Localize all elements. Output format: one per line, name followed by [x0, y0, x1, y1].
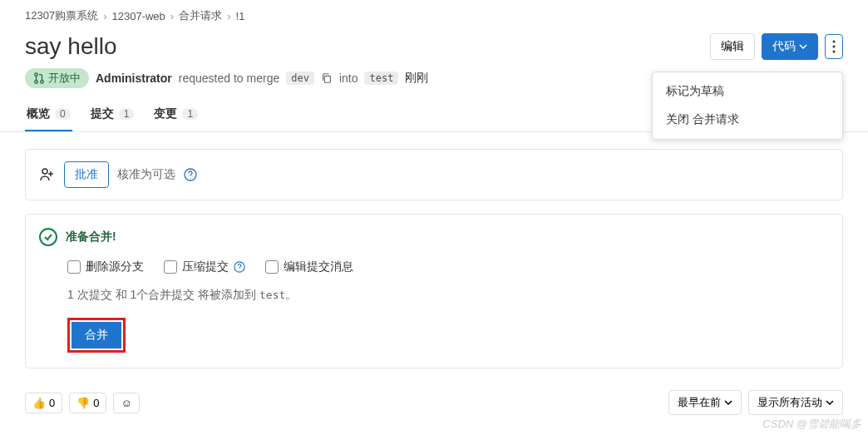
breadcrumb-sep: › — [103, 10, 106, 22]
approver-icon — [39, 166, 56, 183]
svg-point-5 — [41, 81, 44, 84]
svg-point-3 — [35, 73, 38, 77]
thumbs-up-count: 0 — [49, 397, 55, 409]
tab-label: 提交 — [91, 106, 114, 121]
sort-button[interactable]: 最早在前 — [668, 390, 742, 415]
into-text: into — [339, 72, 358, 85]
edit-commit-msg-checkbox[interactable]: 编辑提交消息 — [265, 260, 353, 274]
tab-changes[interactable]: 变更 1 — [152, 98, 200, 131]
thumbs-down-icon: 👎 — [76, 397, 90, 409]
checkbox-label: 删除源分支 — [86, 260, 144, 274]
breadcrumb-sep: › — [227, 10, 230, 22]
breadcrumb-item[interactable]: 12307-web — [112, 10, 165, 22]
squash-checkbox[interactable]: 压缩提交 — [164, 260, 245, 274]
merge-button[interactable]: 合并 — [72, 322, 121, 348]
chevron-down-icon — [724, 398, 732, 407]
code-button-label: 代码 — [772, 39, 796, 54]
svg-point-1 — [833, 46, 836, 48]
activity-filter-button[interactable]: 显示所有活动 — [748, 390, 843, 415]
checkbox-icon — [265, 260, 279, 274]
checkbox-icon — [164, 260, 177, 274]
merge-button-highlight: 合并 — [67, 318, 126, 353]
status-badge: 开放中 — [25, 68, 89, 88]
svg-point-7 — [42, 169, 47, 174]
source-branch[interactable]: dev — [286, 72, 314, 85]
checkbox-label: 压缩提交 — [182, 260, 229, 274]
ready-text: 准备合并! — [66, 230, 116, 245]
breadcrumb-item[interactable]: 12307购票系统 — [25, 8, 98, 23]
breadcrumb-item[interactable]: !1 — [236, 10, 245, 22]
more-actions-dropdown: 标记为草稿 关闭 合并请求 — [652, 72, 843, 140]
tab-label: 概览 — [27, 106, 50, 121]
smiley-icon: ☺ — [121, 397, 131, 409]
delete-source-checkbox[interactable]: 删除源分支 — [67, 260, 144, 274]
merge-description: 1 次提交 和 1个合并提交 将被添加到 test。 — [67, 288, 829, 303]
svg-point-0 — [833, 41, 836, 43]
help-icon[interactable] — [234, 261, 245, 273]
mark-draft-item[interactable]: 标记为草稿 — [653, 77, 842, 106]
svg-point-4 — [35, 81, 38, 84]
edit-button[interactable]: 编辑 — [710, 33, 755, 60]
sort-label: 最早在前 — [678, 395, 721, 410]
reactions: 👍 0 👎 0 ☺ — [25, 393, 140, 413]
thumbs-down-button[interactable]: 👎 0 — [69, 393, 106, 413]
svg-point-2 — [833, 51, 836, 53]
thumbs-down-count: 0 — [93, 397, 99, 409]
approve-button[interactable]: 批准 — [64, 161, 109, 188]
checkbox-label: 编辑提交消息 — [284, 260, 353, 274]
header-actions: 编辑 代码 — [710, 33, 843, 60]
chevron-down-icon — [826, 398, 834, 407]
target-branch[interactable]: test — [364, 72, 398, 85]
merge-panel: 准备合并! 删除源分支 压缩提交 编辑提交消息 — [25, 214, 843, 368]
page-title: say hello — [25, 33, 117, 60]
checkbox-icon — [67, 260, 81, 274]
tab-label: 变更 — [154, 106, 177, 121]
chevron-down-icon — [799, 42, 807, 51]
status-badge-label: 开放中 — [48, 71, 81, 86]
tab-commits[interactable]: 提交 1 — [89, 98, 136, 131]
copy-branch-icon[interactable] — [321, 72, 333, 84]
kebab-icon — [832, 40, 836, 53]
time-text: 刚刚 — [405, 71, 428, 86]
approval-panel: 批准 核准为可选 — [25, 149, 843, 200]
add-reaction-button[interactable]: ☺ — [113, 393, 139, 413]
thumbs-up-button[interactable]: 👍 0 — [25, 393, 62, 413]
thumbs-up-icon: 👍 — [32, 397, 46, 409]
code-button[interactable]: 代码 — [762, 33, 818, 60]
breadcrumb-item[interactable]: 合并请求 — [179, 8, 222, 23]
author-name[interactable]: Administrator — [96, 72, 172, 85]
status-text: requested to merge — [179, 72, 279, 85]
tab-count: 1 — [119, 108, 135, 120]
tab-count: 1 — [182, 108, 198, 120]
svg-rect-6 — [324, 76, 330, 82]
approval-optional-text: 核准为可选 — [117, 167, 175, 182]
breadcrumb: 12307购票系统 › 12307-web › 合并请求 › !1 — [0, 0, 868, 27]
merge-request-icon — [33, 72, 45, 84]
tab-overview[interactable]: 概览 0 — [25, 98, 72, 131]
close-mr-item[interactable]: 关闭 合并请求 — [653, 106, 842, 134]
tab-count: 0 — [55, 108, 71, 120]
ready-check-icon — [39, 228, 57, 246]
more-actions-button[interactable] — [825, 34, 843, 59]
filter-label: 显示所有活动 — [757, 395, 822, 410]
help-icon[interactable] — [184, 168, 197, 181]
breadcrumb-sep: › — [170, 10, 174, 22]
